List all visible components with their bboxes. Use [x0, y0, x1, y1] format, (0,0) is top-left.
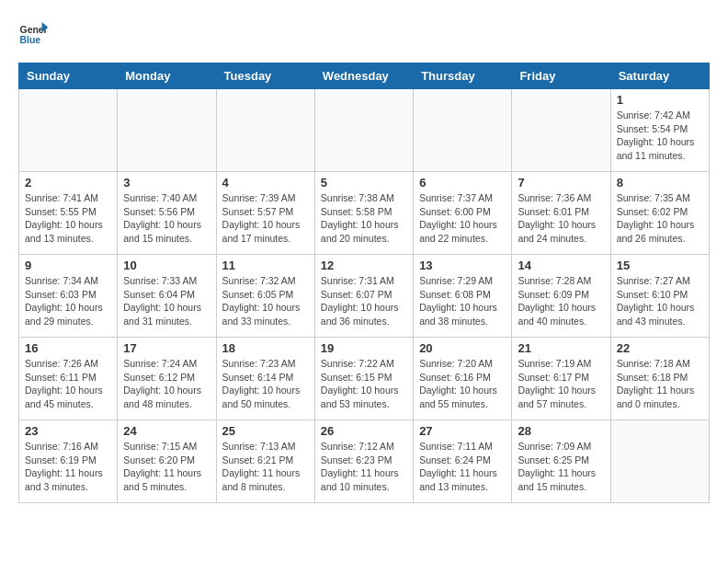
page-header: General Blue — [18, 18, 710, 48]
calendar-cell: 10Sunrise: 7:33 AM Sunset: 6:04 PM Dayli… — [118, 255, 216, 338]
calendar-cell: 14Sunrise: 7:28 AM Sunset: 6:09 PM Dayli… — [512, 255, 610, 338]
day-info: Sunrise: 7:34 AM Sunset: 6:03 PM Dayligh… — [25, 274, 111, 328]
day-number: 3 — [123, 176, 210, 190]
day-number: 16 — [25, 341, 111, 355]
calendar-cell: 12Sunrise: 7:31 AM Sunset: 6:07 PM Dayli… — [314, 255, 413, 338]
day-info: Sunrise: 7:16 AM Sunset: 6:19 PM Dayligh… — [25, 440, 111, 494]
day-info: Sunrise: 7:24 AM Sunset: 6:12 PM Dayligh… — [123, 357, 210, 411]
day-number: 18 — [222, 341, 309, 355]
day-info: Sunrise: 7:15 AM Sunset: 6:20 PM Dayligh… — [123, 440, 210, 494]
calendar-cell: 26Sunrise: 7:12 AM Sunset: 6:23 PM Dayli… — [314, 420, 413, 503]
calendar-cell: 23Sunrise: 7:16 AM Sunset: 6:19 PM Dayli… — [19, 420, 118, 503]
calendar-cell — [216, 89, 314, 172]
calendar-cell: 1Sunrise: 7:42 AM Sunset: 5:54 PM Daylig… — [610, 89, 709, 172]
calendar-cell: 11Sunrise: 7:32 AM Sunset: 6:05 PM Dayli… — [216, 255, 314, 338]
day-number: 21 — [518, 341, 604, 355]
calendar-cell: 22Sunrise: 7:18 AM Sunset: 6:18 PM Dayli… — [610, 338, 709, 420]
calendar-cell: 2Sunrise: 7:41 AM Sunset: 5:55 PM Daylig… — [19, 172, 118, 255]
calendar-cell — [19, 89, 118, 172]
day-number: 4 — [222, 176, 309, 190]
day-number: 22 — [617, 341, 703, 355]
weekday-header-monday: Monday — [118, 63, 216, 89]
weekday-header-friday: Friday — [512, 63, 610, 89]
day-number: 15 — [617, 259, 703, 272]
day-info: Sunrise: 7:31 AM Sunset: 6:07 PM Dayligh… — [321, 274, 407, 328]
day-number: 5 — [321, 176, 407, 190]
calendar-cell: 21Sunrise: 7:19 AM Sunset: 6:17 PM Dayli… — [512, 338, 610, 420]
calendar-week-2: 2Sunrise: 7:41 AM Sunset: 5:55 PM Daylig… — [19, 172, 710, 255]
weekday-header-wednesday: Wednesday — [314, 63, 413, 89]
day-info: Sunrise: 7:38 AM Sunset: 5:58 PM Dayligh… — [321, 191, 407, 246]
calendar-cell: 5Sunrise: 7:38 AM Sunset: 5:58 PM Daylig… — [314, 172, 413, 255]
calendar-cell: 24Sunrise: 7:15 AM Sunset: 6:20 PM Dayli… — [118, 420, 216, 503]
calendar-week-1: 1Sunrise: 7:42 AM Sunset: 5:54 PM Daylig… — [19, 89, 710, 172]
calendar-cell: 8Sunrise: 7:35 AM Sunset: 6:02 PM Daylig… — [610, 172, 709, 255]
calendar-cell: 28Sunrise: 7:09 AM Sunset: 6:25 PM Dayli… — [512, 420, 610, 503]
day-info: Sunrise: 7:22 AM Sunset: 6:15 PM Dayligh… — [321, 357, 407, 411]
day-number: 10 — [123, 259, 210, 272]
calendar-week-5: 23Sunrise: 7:16 AM Sunset: 6:19 PM Dayli… — [19, 420, 710, 503]
day-info: Sunrise: 7:37 AM Sunset: 6:00 PM Dayligh… — [419, 191, 506, 246]
calendar-cell: 6Sunrise: 7:37 AM Sunset: 6:00 PM Daylig… — [414, 172, 512, 255]
day-number: 8 — [617, 176, 703, 190]
weekday-header-saturday: Saturday — [610, 63, 709, 89]
calendar-cell — [414, 89, 512, 172]
calendar-cell: 3Sunrise: 7:40 AM Sunset: 5:56 PM Daylig… — [118, 172, 216, 255]
day-info: Sunrise: 7:09 AM Sunset: 6:25 PM Dayligh… — [518, 440, 604, 494]
day-info: Sunrise: 7:23 AM Sunset: 6:14 PM Dayligh… — [222, 357, 309, 411]
day-number: 23 — [25, 424, 111, 438]
day-number: 2 — [25, 176, 111, 190]
day-info: Sunrise: 7:19 AM Sunset: 6:17 PM Dayligh… — [518, 357, 604, 411]
weekday-header-thursday: Thursday — [414, 63, 512, 89]
day-number: 13 — [419, 259, 506, 272]
weekday-header-tuesday: Tuesday — [216, 63, 314, 89]
day-number: 7 — [518, 176, 604, 190]
day-info: Sunrise: 7:36 AM Sunset: 6:01 PM Dayligh… — [518, 191, 604, 246]
day-info: Sunrise: 7:35 AM Sunset: 6:02 PM Dayligh… — [617, 191, 703, 246]
day-number: 20 — [419, 341, 506, 355]
day-number: 11 — [222, 259, 309, 272]
day-info: Sunrise: 7:33 AM Sunset: 6:04 PM Dayligh… — [123, 274, 210, 328]
calendar-cell: 19Sunrise: 7:22 AM Sunset: 6:15 PM Dayli… — [314, 338, 413, 420]
calendar-cell — [314, 89, 413, 172]
calendar-cell: 4Sunrise: 7:39 AM Sunset: 5:57 PM Daylig… — [216, 172, 314, 255]
day-info: Sunrise: 7:32 AM Sunset: 6:05 PM Dayligh… — [222, 274, 309, 328]
day-info: Sunrise: 7:11 AM Sunset: 6:24 PM Dayligh… — [419, 440, 506, 494]
day-number: 6 — [419, 176, 506, 190]
day-number: 14 — [518, 259, 604, 272]
calendar-cell: 13Sunrise: 7:29 AM Sunset: 6:08 PM Dayli… — [414, 255, 512, 338]
calendar-week-4: 16Sunrise: 7:26 AM Sunset: 6:11 PM Dayli… — [19, 338, 710, 420]
calendar-cell: 27Sunrise: 7:11 AM Sunset: 6:24 PM Dayli… — [414, 420, 512, 503]
day-number: 28 — [518, 424, 604, 438]
day-info: Sunrise: 7:41 AM Sunset: 5:55 PM Dayligh… — [25, 191, 111, 246]
calendar-cell: 25Sunrise: 7:13 AM Sunset: 6:21 PM Dayli… — [216, 420, 314, 503]
svg-text:Blue: Blue — [20, 35, 41, 45]
calendar-cell: 16Sunrise: 7:26 AM Sunset: 6:11 PM Dayli… — [19, 338, 118, 420]
day-number: 17 — [123, 341, 210, 355]
weekday-header-sunday: Sunday — [19, 63, 118, 89]
day-number: 19 — [321, 341, 407, 355]
day-number: 27 — [419, 424, 506, 438]
calendar-cell — [610, 420, 709, 503]
day-info: Sunrise: 7:26 AM Sunset: 6:11 PM Dayligh… — [25, 357, 111, 411]
day-number: 9 — [25, 259, 111, 272]
day-info: Sunrise: 7:20 AM Sunset: 6:16 PM Dayligh… — [419, 357, 506, 411]
day-info: Sunrise: 7:12 AM Sunset: 6:23 PM Dayligh… — [321, 440, 407, 494]
day-number: 26 — [321, 424, 407, 438]
calendar-cell — [118, 89, 216, 172]
day-info: Sunrise: 7:29 AM Sunset: 6:08 PM Dayligh… — [419, 274, 506, 328]
day-info: Sunrise: 7:28 AM Sunset: 6:09 PM Dayligh… — [518, 274, 604, 328]
day-info: Sunrise: 7:27 AM Sunset: 6:10 PM Dayligh… — [617, 274, 703, 328]
calendar-cell: 15Sunrise: 7:27 AM Sunset: 6:10 PM Dayli… — [610, 255, 709, 338]
calendar-week-3: 9Sunrise: 7:34 AM Sunset: 6:03 PM Daylig… — [19, 255, 710, 338]
logo: General Blue — [18, 18, 48, 48]
calendar-cell — [512, 89, 610, 172]
day-info: Sunrise: 7:13 AM Sunset: 6:21 PM Dayligh… — [222, 440, 309, 494]
day-number: 24 — [123, 424, 210, 438]
calendar-cell: 18Sunrise: 7:23 AM Sunset: 6:14 PM Dayli… — [216, 338, 314, 420]
day-info: Sunrise: 7:42 AM Sunset: 5:54 PM Dayligh… — [617, 109, 703, 163]
calendar-cell: 20Sunrise: 7:20 AM Sunset: 6:16 PM Dayli… — [414, 338, 512, 420]
day-info: Sunrise: 7:39 AM Sunset: 5:57 PM Dayligh… — [222, 191, 309, 246]
calendar-cell: 7Sunrise: 7:36 AM Sunset: 6:01 PM Daylig… — [512, 172, 610, 255]
day-info: Sunrise: 7:18 AM Sunset: 6:18 PM Dayligh… — [617, 357, 703, 411]
